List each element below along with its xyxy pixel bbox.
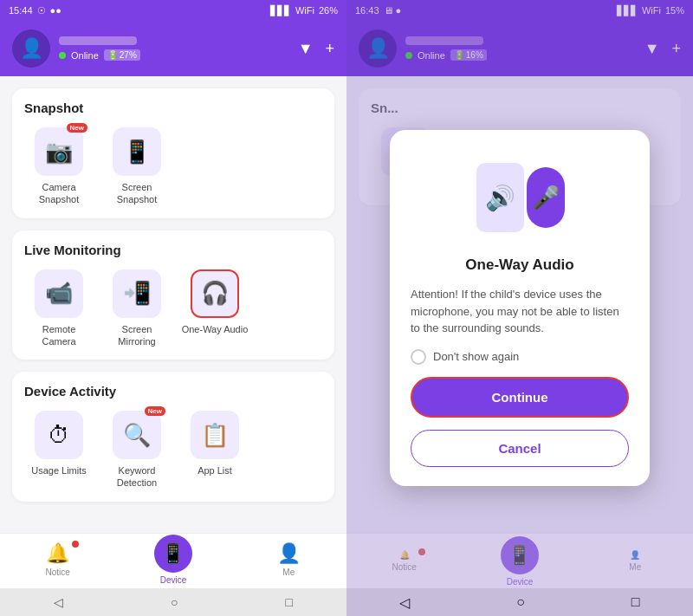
phone-illustration: 🔊	[476, 163, 524, 232]
left-keyword-emoji: 🔍	[123, 422, 151, 449]
left-usage-box: ⏱	[35, 411, 83, 459]
left-wifi-icon: WiFi	[295, 5, 314, 16]
left-keyword-label: Keyword Detection	[102, 464, 172, 490]
mic-illustration: 🎤	[527, 167, 565, 228]
left-usage-emoji: ⏱	[48, 422, 70, 449]
left-keyword-detection[interactable]: 🔍 New Keyword Detection	[102, 411, 172, 490]
left-camera-snapshot[interactable]: 📷 New Camera Snapshot	[24, 127, 94, 206]
left-bottom-nav: 🔔 Notice 📱 Device 👤 Me	[0, 533, 346, 588]
left-header: 👤 Online 🔋 27% ▼ +	[0, 21, 346, 76]
cancel-button[interactable]: Cancel	[411, 430, 629, 467]
left-notice-label: Notice	[45, 567, 69, 577]
left-battery-icon: 🔋 27%	[104, 49, 140, 61]
dialog-title: One-Way Audio	[465, 256, 573, 274]
left-applist-emoji: 📋	[201, 422, 229, 449]
left-screen-mirroring[interactable]: 📲 Screen Mirroring	[102, 269, 172, 348]
left-device-circle: 📱	[154, 535, 192, 573]
left-notice-badge	[72, 541, 79, 548]
left-keyword-box: 🔍 New	[113, 411, 161, 459]
left-online-label: Online	[71, 50, 99, 61]
left-device-activity-icons: ⏱ Usage Limits 🔍 New Keyword Detection 📋	[24, 411, 322, 490]
left-nav-me[interactable]: 👤 Me	[262, 542, 314, 577]
left-usage-limits[interactable]: ⏱ Usage Limits	[24, 411, 94, 490]
left-screen-mirror-label: Screen Mirroring	[102, 323, 172, 348]
right-panel: 16:43 🖥 ● ▋▋▋ WiFi 15% 👤 Online 🔋 16%	[346, 0, 693, 616]
left-status-icon1: ☉	[37, 5, 46, 16]
left-device-activity-section: Device Activity ⏱ Usage Limits 🔍 New Key…	[12, 372, 334, 502]
dont-show-checkbox[interactable]	[411, 349, 426, 365]
left-add-icon[interactable]: +	[325, 40, 334, 58]
left-back-icon[interactable]: ◁	[54, 595, 63, 609]
left-remote-camera[interactable]: 📹 Remote Camera	[24, 269, 94, 348]
left-user-info: Online 🔋 27%	[59, 36, 289, 61]
left-screen-mirror-box: 📲	[113, 269, 161, 318]
left-camera-emoji: 📷	[45, 139, 73, 165]
left-audio-label: One-Way Audio	[182, 323, 249, 335]
left-battery: 26%	[319, 5, 338, 16]
left-remote-camera-label: Remote Camera	[24, 323, 94, 348]
left-live-section: Live Monitoring 📹 Remote Camera 📲 Screen…	[12, 230, 334, 360]
left-main-content: Snapshot 📷 New Camera Snapshot 📱 Screen …	[0, 76, 346, 533]
left-user-name	[59, 36, 137, 45]
left-screen-icon-box: 📱	[113, 127, 161, 176]
left-dropdown-icon[interactable]: ▼	[298, 40, 314, 58]
dialog-illustration: 🔊 🎤	[468, 154, 572, 241]
left-snapshot-title: Snapshot	[24, 101, 322, 115]
left-screen-snapshot[interactable]: 📱 Screen Snapshot	[102, 127, 172, 206]
left-home-icon[interactable]: ○	[171, 595, 178, 609]
left-device-icon: 📱	[161, 542, 185, 565]
left-nav-notice[interactable]: 🔔 Notice	[32, 542, 84, 577]
left-device-activity-title: Device Activity	[24, 384, 322, 399]
left-me-icon: 👤	[277, 542, 301, 565]
left-status-icon2: ●●	[50, 5, 62, 16]
left-remote-camera-emoji: 📹	[45, 280, 73, 307]
continue-button[interactable]: Continue	[411, 377, 629, 418]
one-way-audio-dialog: 🔊 🎤 One-Way Audio Attention! If the chil…	[390, 130, 650, 486]
left-live-icons: 📹 Remote Camera 📲 Screen Mirroring 🎧 One…	[24, 269, 322, 348]
left-camera-icon-box: 📷 New	[35, 127, 83, 176]
left-usage-label: Usage Limits	[31, 464, 87, 477]
left-applist-label: App List	[198, 464, 232, 477]
left-screen-emoji: 📱	[123, 139, 151, 165]
left-audio-emoji: 🎧	[201, 280, 229, 307]
left-snapshot-section: Snapshot 📷 New Camera Snapshot 📱 Screen …	[12, 88, 334, 218]
left-signal-icon: ▋▋▋	[270, 5, 291, 16]
left-snapshot-icons: 📷 New Camera Snapshot 📱 Screen Snapshot	[24, 127, 322, 206]
left-one-way-audio[interactable]: 🎧 One-Way Audio	[180, 269, 249, 348]
left-recents-icon[interactable]: □	[286, 595, 293, 609]
left-avatar: 👤	[12, 29, 50, 68]
left-user-status: Online 🔋 27%	[59, 49, 289, 61]
dont-show-label: Don't show again	[433, 350, 519, 363]
left-camera-label: Camera Snapshot	[24, 181, 94, 206]
left-app-list[interactable]: 📋 App List	[180, 411, 249, 490]
left-online-dot	[59, 52, 66, 59]
left-notice-icon: 🔔	[46, 542, 69, 565]
left-panel: 15:44 ☉ ●● ▋▋▋ WiFi 26% 👤 Online 🔋 27% ▼…	[0, 0, 346, 616]
left-time: 15:44	[9, 5, 33, 16]
left-audio-box: 🎧	[191, 269, 239, 318]
left-sys-nav: ◁ ○ □	[0, 588, 346, 616]
left-header-icons: ▼ +	[298, 40, 334, 58]
dialog-description: Attention! If the child's device uses th…	[411, 286, 629, 337]
left-screen-mirror-emoji: 📲	[123, 280, 151, 307]
left-applist-box: 📋	[191, 411, 239, 459]
left-keyword-badge: New	[145, 406, 165, 416]
left-me-label: Me	[282, 567, 295, 577]
left-device-label: Device	[160, 575, 187, 585]
left-remote-camera-box: 📹	[35, 269, 83, 318]
left-camera-badge: New	[67, 123, 87, 133]
dialog-checkbox-row[interactable]: Don't show again	[411, 349, 519, 365]
left-status-bar: 15:44 ☉ ●● ▋▋▋ WiFi 26%	[0, 0, 346, 21]
dialog-overlay: 🔊 🎤 One-Way Audio Attention! If the chil…	[346, 0, 693, 616]
left-nav-device[interactable]: 📱 Device	[147, 535, 199, 585]
left-screen-label: Screen Snapshot	[102, 181, 172, 206]
left-live-title: Live Monitoring	[24, 243, 322, 257]
